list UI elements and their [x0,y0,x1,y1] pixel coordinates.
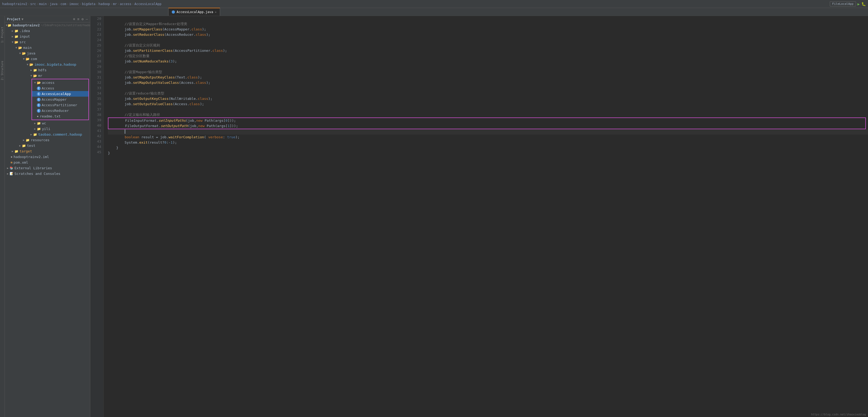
tree-item-iml[interactable]: ▪ hadooptrainv2.iml [5,154,90,160]
tree-item-hdfs[interactable]: ▶ 📁 hdfs [5,67,90,73]
access-box-container: ▼ 📂 access C Access C AccessLocalApp [32,79,89,120]
tree-item-input[interactable]: ▶ 📁 input [5,34,90,39]
tree-label-wc: wc [42,121,46,125]
highlight-box-39-40: FileInputFormat.setInputPaths(job,new Pa… [108,118,866,129]
tree-label-com: com [31,57,37,61]
code-line-30: //设置Mapper输出类型 [108,69,868,75]
code-line-44: } [108,145,868,151]
tree-label-imooc: imooc.bigdata.hadoop [34,62,76,66]
tree-item-java[interactable]: ▼ 📂 java [5,51,90,56]
breadcrumb-java: java [50,2,57,6]
code-line-40: FileOutputFormat.setOutputPath(job,new P… [108,123,865,129]
folder-icon-root: 📁 [7,24,11,27]
sidebar: Project ▼ ⊕ ≡ ⚙ — ▼ 📁 hadooptrainv2 ~/Id… [5,16,90,417]
main-layout: 1: Project 2: Structure Project ▼ ⊕ ≡ ⚙ … [0,16,868,417]
line-num-31: 31 [90,75,103,80]
tab-accesslocalapp[interactable]: AccessLocalApp.java × [168,8,220,16]
line-num-28: 28 [90,59,103,64]
folder-icon-idea: 📁 [14,29,19,33]
code-line-43: System.exit(result?0:-1); [108,140,868,145]
line-num-25: 25 [90,43,103,48]
structure-panel[interactable]: 1: Project 2: Structure [0,16,5,417]
tab-close-icon[interactable]: × [215,10,217,14]
gear-icon[interactable]: ⚙ [82,17,84,21]
editor-area[interactable]: 20 21 22 23 24 25 26 27 28 29 30 31 32 3… [90,16,868,417]
tree-item-idea[interactable]: ▶ 📁 .idea [5,28,90,34]
tree-item-accessmapper[interactable]: C AccessMapper [32,97,88,102]
tree-item-main[interactable]: ▼ 📂 main [5,45,90,51]
folder-icon-input: 📁 [14,35,19,38]
folder-icon-java: 📂 [22,52,26,55]
code-line-33 [108,86,868,91]
tree-item-mr[interactable]: ▼ 📂 mr [5,73,90,78]
folder-icon-taobao: 📁 [33,133,37,136]
tree-item-test[interactable]: ▶ 📁 test [5,143,90,149]
line-num-41: 41 [90,128,103,133]
code-line-45: } [108,151,868,156]
line-num-23: 23 [90,32,103,37]
tree-item-pom[interactable]: m pom.xml [5,160,90,165]
structure-label-2: 2: Structure [1,61,4,80]
tree-item-access-class[interactable]: C Access [32,86,88,91]
code-line-24 [108,37,868,43]
tree-item-accesspartitioner[interactable]: C AccessPartitioner [32,102,88,108]
code-line-36: job.setOutputValueClass(Access.class); [108,101,868,107]
run-config[interactable]: FileLocalApp [830,1,856,6]
code-line-37 [108,107,868,112]
code-line-32: job.setMapOutputValueClass(Access.class)… [108,80,868,86]
tree-label-accessreducer: AccessReducer [42,109,69,113]
debug-button[interactable]: 🐛 [861,2,866,6]
tree-item-src[interactable]: ▼ 📂 src [5,39,90,45]
folder-icon-com: 📂 [26,57,30,61]
tree-item-wc[interactable]: ▶ 📁 wc [5,120,90,126]
globe-icon[interactable]: ⊕ [73,17,75,21]
breadcrumb-main: main [39,2,47,6]
run-button[interactable]: ▶ [858,2,860,6]
tree-item-readme[interactable]: ▪ readme.txt [32,114,88,119]
breadcrumb-com: com [60,2,66,6]
tree-item-com[interactable]: ▼ 📂 com [5,56,90,62]
dropdown-icon[interactable]: ▼ [22,18,24,21]
code-line-41 [108,129,868,134]
breadcrumb-bigdata: bigdata [82,2,96,6]
scratches-icon: 📝 [10,172,13,175]
line-num-34: 34 [90,91,103,96]
tree-item-yili[interactable]: ▶ 📁 yili [5,126,90,132]
tree-item-root[interactable]: ▼ 📁 hadooptrainv2 ~/IdeaProjects/untitle… [5,23,90,28]
tree-item-access[interactable]: ▼ 📂 access [32,80,88,86]
folder-icon-test: 📁 [22,144,26,148]
code-line-20 [108,16,868,21]
tree-item-accesslocalapp[interactable]: C AccessLocalApp [32,91,88,97]
code-area[interactable]: //设置自定义Mapper和reducer处理类 job.setMapperCl… [104,16,868,417]
minimize-icon[interactable]: — [86,17,88,21]
tree-label-accesspartitioner: AccessPartitioner [42,103,77,107]
tree-item-accessreducer[interactable]: C AccessReducer [32,108,88,114]
tree-label-idea: .idea [20,29,30,33]
line-num-26: 26 [90,48,103,54]
code-line-27: //指定分区数量 [108,54,868,59]
java-icon-access: C [37,87,40,90]
tree-label-accesslocalapp: AccessLocalApp [42,92,71,96]
tree-label-accessmapper: AccessMapper [42,97,67,101]
java-icon-accesslocalapp: C [37,92,40,96]
tree-label-pom: pom.xml [13,160,28,164]
sidebar-header: Project ▼ ⊕ ≡ ⚙ — [5,16,90,23]
settings-icon[interactable]: ≡ [78,17,80,21]
tree-label-taobao: taobao.comment.hadoop [38,132,82,136]
java-icon-accesspartitioner: C [37,103,40,107]
tree-item-imooc[interactable]: ▼ 📂 imooc.bigdata.hadoop [5,62,90,67]
tree-item-scratches[interactable]: ▶ 📝 Scratches and Consoles [5,171,90,177]
top-nav-bar: hadooptrainv2 › src › main › java › com … [0,0,868,8]
tree-item-target[interactable]: ▶ 📁 target [5,149,90,154]
tree-item-taobao[interactable]: ▶ 📁 taobao.comment.hadoop [5,132,90,137]
folder-icon-target: 📁 [14,150,19,153]
breadcrumb-src: src [30,2,36,6]
java-icon-accessreducer: C [37,109,40,113]
code-line-38: //定义输出和输入路径 [108,112,868,118]
line-num-38: 38 [90,112,103,118]
line-num-20: 20 [90,16,103,21]
tree-item-resources[interactable]: ▶ 📁 resources [5,137,90,143]
java-icon-accessmapper: C [37,98,40,101]
line-num-44: 44 [90,144,103,150]
tree-item-extlibs[interactable]: ▶ 📚 External Libraries [5,165,90,171]
